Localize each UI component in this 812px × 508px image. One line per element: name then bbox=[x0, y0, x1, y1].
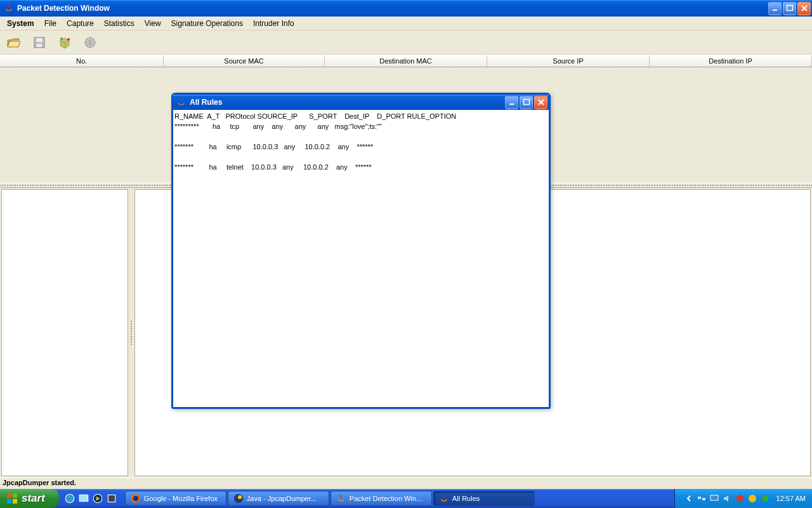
toolbar-globe-button[interactable] bbox=[79, 32, 102, 53]
rules-row: ******* ha icmp 10.0.0.3 any 10.0.0.2 an… bbox=[174, 143, 373, 150]
menu-intruder-info[interactable]: Intruder Info bbox=[249, 18, 299, 29]
quick-launch bbox=[59, 493, 122, 504]
rules-row: ********* ha tcp any any any any msg:"lo… bbox=[174, 123, 382, 130]
ql-app-icon[interactable] bbox=[106, 493, 117, 504]
th-source-mac[interactable]: Source MAC bbox=[164, 55, 325, 67]
svg-point-19 bbox=[133, 496, 138, 501]
taskbtn-label: Google - Mozilla Firefox bbox=[144, 495, 218, 502]
eclipse-icon bbox=[233, 493, 244, 504]
th-dest-mac[interactable]: Destination MAC bbox=[325, 55, 487, 67]
svg-rect-10 bbox=[7, 493, 11, 498]
main-window-buttons bbox=[768, 2, 811, 15]
toolbar-save-button[interactable] bbox=[28, 32, 51, 53]
tray-shield-icon[interactable] bbox=[735, 493, 745, 504]
th-dest-ip[interactable]: Destination IP bbox=[650, 55, 812, 67]
ql-ie-icon[interactable] bbox=[64, 493, 75, 504]
close-button[interactable] bbox=[797, 2, 811, 15]
tray-usb-icon[interactable] bbox=[760, 493, 770, 504]
main-titlebar: Packet Detection Window bbox=[0, 0, 812, 17]
tray-network-icon[interactable] bbox=[697, 493, 707, 504]
child-minimize-button[interactable] bbox=[505, 96, 518, 109]
taskbtn-all-rules[interactable]: All Rules bbox=[433, 491, 535, 506]
svg-rect-23 bbox=[702, 498, 705, 500]
tray-sound-icon[interactable] bbox=[722, 493, 732, 504]
tree-panel[interactable] bbox=[1, 189, 128, 476]
java-icon bbox=[336, 493, 346, 504]
menu-system[interactable]: System bbox=[3, 18, 39, 29]
status-text: JpcapDumper started. bbox=[3, 479, 76, 486]
tray-clock[interactable]: 12:57 AM bbox=[776, 495, 806, 502]
java-icon bbox=[439, 493, 449, 504]
menu-signature-operations[interactable]: Signature Operations bbox=[167, 18, 247, 29]
taskbtn-label: Packet Detection Win... bbox=[350, 495, 422, 502]
firefox-icon bbox=[131, 493, 141, 504]
svg-rect-11 bbox=[13, 493, 17, 498]
svg-rect-9 bbox=[523, 100, 529, 105]
svg-point-25 bbox=[749, 495, 756, 502]
maximize-button[interactable] bbox=[783, 2, 796, 15]
tray-display-icon[interactable] bbox=[709, 493, 719, 504]
taskbtn-label: Java - JpcapDumper... bbox=[247, 495, 317, 502]
taskbtn-eclipse[interactable]: Java - JpcapDumper... bbox=[228, 491, 329, 506]
main-body: All Rules R_NAME A_T PROtocol SOURCE_IP … bbox=[0, 67, 812, 478]
all-rules-window: All Rules R_NAME A_T PROtocol SOURCE_IP … bbox=[171, 93, 551, 409]
start-button[interactable]: start bbox=[0, 489, 59, 508]
ql-media-icon[interactable] bbox=[92, 493, 103, 504]
svg-rect-17 bbox=[108, 495, 115, 502]
child-window-title: All Rules bbox=[190, 98, 505, 107]
toolbar-open-button[interactable] bbox=[3, 32, 25, 53]
rules-row: ******* ha telnet 10.0.0.3 any 10.0.0.2 … bbox=[174, 163, 372, 171]
svg-rect-22 bbox=[698, 497, 701, 499]
svg-rect-8 bbox=[509, 104, 514, 105]
taskbar: start Google - Mozilla Firefox Java - Jp… bbox=[0, 489, 812, 508]
taskbtn-label: All Rules bbox=[452, 495, 480, 502]
svg-rect-13 bbox=[13, 499, 17, 504]
ql-desktop-icon[interactable] bbox=[78, 493, 89, 504]
child-maximize-button[interactable] bbox=[520, 96, 533, 109]
table-header-row: No. Source MAC Destination MAC Source IP… bbox=[0, 55, 812, 67]
start-label: start bbox=[22, 492, 45, 505]
svg-rect-24 bbox=[710, 495, 718, 500]
rules-header-line: R_NAME A_T PROtocol SOURCE_IP S_PORT Des… bbox=[174, 112, 456, 120]
child-window-buttons bbox=[505, 96, 547, 109]
svg-rect-0 bbox=[773, 10, 777, 11]
svg-point-21 bbox=[238, 495, 242, 499]
svg-point-5 bbox=[60, 37, 63, 40]
java-icon bbox=[4, 3, 14, 13]
menu-statistics[interactable]: Statistics bbox=[100, 18, 139, 29]
child-titlebar[interactable]: All Rules bbox=[173, 95, 549, 110]
svg-rect-3 bbox=[36, 38, 43, 42]
menu-capture[interactable]: Capture bbox=[62, 18, 98, 29]
rules-text-area[interactable]: R_NAME A_T PROtocol SOURCE_IP S_PORT Des… bbox=[173, 110, 549, 407]
svg-point-6 bbox=[67, 38, 70, 41]
menu-file[interactable]: File bbox=[40, 18, 61, 29]
svg-rect-1 bbox=[787, 6, 792, 11]
tray-update-icon[interactable] bbox=[747, 493, 757, 504]
svg-rect-15 bbox=[79, 495, 88, 501]
main-window-title: Packet Detection Window bbox=[17, 4, 768, 13]
svg-point-26 bbox=[762, 495, 768, 502]
java-icon bbox=[176, 97, 187, 107]
th-source-ip[interactable]: Source IP bbox=[487, 55, 650, 67]
minimize-button[interactable] bbox=[768, 2, 782, 15]
toolbar bbox=[0, 30, 812, 55]
status-bar: JpcapDumper started. bbox=[0, 478, 812, 489]
taskbtn-firefox[interactable]: Google - Mozilla Firefox bbox=[125, 491, 226, 506]
system-tray: 12:57 AM bbox=[674, 489, 812, 508]
tray-chevron-icon[interactable] bbox=[684, 493, 694, 504]
menu-view[interactable]: View bbox=[140, 18, 166, 29]
taskbtn-packet-detection[interactable]: Packet Detection Win... bbox=[331, 491, 432, 506]
taskbar-buttons: Google - Mozilla Firefox Java - JpcapDum… bbox=[122, 491, 674, 506]
child-close-button[interactable] bbox=[534, 96, 547, 109]
vertical-splitter[interactable] bbox=[128, 188, 134, 478]
svg-rect-4 bbox=[37, 44, 42, 47]
toolbar-cube-button[interactable] bbox=[53, 32, 76, 53]
menu-bar: System File Capture Statistics View Sign… bbox=[0, 17, 812, 30]
th-no[interactable]: No. bbox=[0, 55, 164, 67]
svg-point-14 bbox=[65, 494, 74, 503]
svg-rect-12 bbox=[7, 499, 11, 504]
windows-logo-icon bbox=[6, 493, 18, 504]
